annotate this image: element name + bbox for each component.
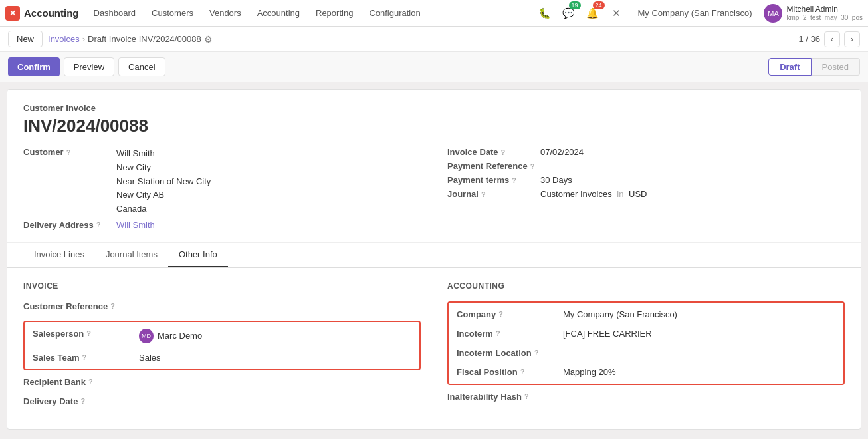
cancel-button[interactable]: Cancel xyxy=(118,57,165,76)
customer-field: Customer ? Will Smith New City Near Stat… xyxy=(23,147,421,216)
fiscal-position-value: Mapping 20% xyxy=(563,367,616,377)
action-buttons: Confirm Preview Cancel xyxy=(8,57,165,76)
breadcrumb-left: New Invoices › Draft Invoice INV/2024/00… xyxy=(8,31,213,47)
journal-help-icon[interactable]: ? xyxy=(481,190,486,198)
breadcrumb: Invoices › Draft Invoice INV/2024/00088 … xyxy=(48,34,213,45)
alerts-icon[interactable]: 🔔 24 xyxy=(584,4,602,23)
incoterm-label: Incoterm ? xyxy=(457,329,563,339)
breadcrumb-bar: New Invoices › Draft Invoice INV/2024/00… xyxy=(0,27,868,52)
preview-button[interactable]: Preview xyxy=(64,57,114,76)
journal-label: Journal ? xyxy=(447,189,540,199)
breadcrumb-parent[interactable]: Invoices xyxy=(48,34,80,44)
settings-icon[interactable]: ⚙ xyxy=(204,34,213,45)
customer-ref-field: Customer Reference ? xyxy=(23,301,421,311)
salesperson-highlight-box: Salesperson ? MD Marc Demo Sales Team ? xyxy=(23,321,421,370)
breadcrumb-right: 1 / 36 ‹ › xyxy=(798,31,860,47)
invoice-date-field: Invoice Date ? 07/02/2024 xyxy=(447,147,845,157)
user-name: Mitchell Admin xyxy=(786,5,863,14)
invoice-date-value[interactable]: 07/02/2024 xyxy=(540,147,584,157)
tab-journal-items[interactable]: Journal Items xyxy=(95,243,168,267)
invoice-section-title: INVOICE xyxy=(23,281,421,291)
customer-label: Customer ? xyxy=(23,147,116,157)
tab-invoice-lines[interactable]: Invoice Lines xyxy=(23,243,95,267)
customer-help-icon[interactable]: ? xyxy=(66,148,71,156)
delivery-help-icon[interactable]: ? xyxy=(96,221,101,229)
customer-value: Will Smith New City Near Station of New … xyxy=(116,147,211,216)
payment-ref-help-icon[interactable]: ? xyxy=(530,162,535,170)
customer-addr-3: New City AB xyxy=(116,188,211,202)
payment-ref-label: Payment Reference ? xyxy=(447,161,540,171)
delivery-date-label: Delivery Date ? xyxy=(23,396,130,406)
invoice-fields: Customer ? Will Smith New City Near Stat… xyxy=(23,147,845,234)
fields-right: Invoice Date ? 07/02/2024 Payment Refere… xyxy=(421,147,845,234)
salesperson-avatar: MD xyxy=(139,329,154,343)
invoice-type: Customer Invoice xyxy=(23,103,845,113)
accounting-section: ACCOUNTING Company ? My Company (San Fra… xyxy=(447,281,845,416)
app-logo[interactable]: ✕ Accounting xyxy=(5,6,79,21)
incoterm-location-field: Incoterm Location ? xyxy=(457,348,835,358)
prev-record-button[interactable]: ‹ xyxy=(824,31,840,47)
nav-accounting[interactable]: Accounting xyxy=(251,0,306,27)
fiscal-position-label: Fiscal Position ? xyxy=(457,367,563,377)
nav-reporting[interactable]: Reporting xyxy=(309,0,360,27)
sales-team-help-icon[interactable]: ? xyxy=(82,353,87,361)
invoice-number: INV/2024/00088 xyxy=(23,116,845,136)
company-label: Company ? xyxy=(457,309,563,319)
messages-icon[interactable]: 💬 19 xyxy=(560,4,578,23)
inalterability-help-icon[interactable]: ? xyxy=(524,392,529,400)
invoice-header: Customer Invoice INV/2024/00088 Customer… xyxy=(7,90,861,243)
invoice-date-label: Invoice Date ? xyxy=(447,147,540,157)
user-info[interactable]: MA Mitchell Admin kmp_2_test_may_30_pos xyxy=(764,4,863,23)
invoice-section: INVOICE Customer Reference ? Salesperson… xyxy=(23,281,421,416)
salesperson-help-icon[interactable]: ? xyxy=(86,329,91,337)
payment-terms-label: Payment terms ? xyxy=(447,175,540,185)
customer-name[interactable]: Will Smith xyxy=(116,147,211,161)
incoterm-help-icon[interactable]: ? xyxy=(496,329,500,337)
customer-addr-4: Canada xyxy=(116,202,211,216)
incoterm-location-help-icon[interactable]: ? xyxy=(534,349,539,357)
next-record-button[interactable]: › xyxy=(844,31,860,47)
nav-vendors[interactable]: Vendors xyxy=(203,0,248,27)
journal-value: Customer Invoices in USD xyxy=(540,189,647,199)
customer-ref-help-icon[interactable]: ? xyxy=(110,302,115,310)
sales-team-value: Sales xyxy=(139,353,161,363)
payment-terms-value[interactable]: 30 Days xyxy=(540,175,572,185)
status-posted[interactable]: Posted xyxy=(812,58,860,76)
debug-icon[interactable]: 🐛 xyxy=(536,4,554,23)
tools-icon[interactable]: ✕ xyxy=(607,4,626,23)
delivery-date-help-icon[interactable]: ? xyxy=(80,397,85,405)
breadcrumb-current: Draft Invoice INV/2024/00088 xyxy=(88,34,201,44)
journal-name[interactable]: Customer Invoices xyxy=(540,189,612,199)
inalterability-field: Inalterability Hash ? xyxy=(447,392,845,402)
accounting-highlight-box: Company ? My Company (San Francisco) Inc… xyxy=(447,301,845,385)
nav-customers[interactable]: Customers xyxy=(145,0,200,27)
tab-other-info[interactable]: Other Info xyxy=(168,243,228,267)
status-flow: Draft Posted xyxy=(768,58,860,76)
nav-dashboard[interactable]: Dashboard xyxy=(87,0,143,27)
customer-addr-2: Near Station of New City xyxy=(116,175,211,189)
delivery-value[interactable]: Will Smith xyxy=(116,220,155,230)
incoterm-location-label: Incoterm Location ? xyxy=(457,348,563,358)
nav-configuration[interactable]: Configuration xyxy=(362,0,427,27)
delivery-label: Delivery Address ? xyxy=(23,220,116,230)
status-draft[interactable]: Draft xyxy=(768,58,811,76)
recipient-bank-field: Recipient Bank ? xyxy=(23,377,421,387)
topbar: ✕ Accounting Dashboard Customers Vendors… xyxy=(0,0,868,27)
salesperson-value: MD Marc Demo xyxy=(139,329,202,343)
fiscal-position-help-icon[interactable]: ? xyxy=(520,368,525,376)
confirm-button[interactable]: Confirm xyxy=(8,57,60,76)
payment-terms-help-icon[interactable]: ? xyxy=(512,176,516,184)
invoice-date-help-icon[interactable]: ? xyxy=(501,148,506,156)
company-value: My Company (San Francisco) xyxy=(563,309,677,319)
topbar-right: 🐛 💬 19 🔔 24 ✕ My Company (San Francisco)… xyxy=(536,0,863,27)
user-avatar: MA xyxy=(764,4,782,23)
payment-terms-field: Payment terms ? 30 Days xyxy=(447,175,845,185)
salesperson-label: Salesperson ? xyxy=(33,329,139,339)
recipient-bank-help-icon[interactable]: ? xyxy=(88,378,93,386)
alerts-badge: 24 xyxy=(593,1,605,9)
customer-addr-1: New City xyxy=(116,161,211,175)
company-selector[interactable]: My Company (San Francisco) xyxy=(631,0,759,27)
company-field: Company ? My Company (San Francisco) xyxy=(457,309,835,319)
new-button[interactable]: New xyxy=(8,31,43,47)
company-help-icon[interactable]: ? xyxy=(498,310,503,318)
